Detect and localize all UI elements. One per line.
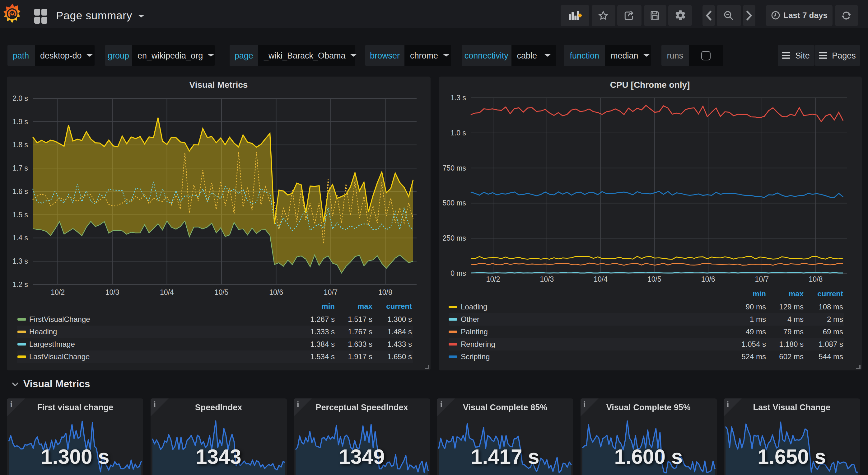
svg-text:1.0 s: 1.0 s [450,128,466,137]
svg-text:2.0 s: 2.0 s [12,94,28,102]
svg-text:10/2: 10/2 [486,275,500,283]
svg-text:10/2: 10/2 [51,288,65,296]
svg-text:1.7 s: 1.7 s [12,164,28,172]
svg-text:10/8: 10/8 [808,275,822,283]
svg-text:1.9 s: 1.9 s [12,117,28,125]
svg-text:10/6: 10/6 [701,275,715,283]
svg-text:500 ms: 500 ms [442,199,466,207]
svg-text:1.6 s: 1.6 s [12,187,28,195]
svg-text:10/7: 10/7 [755,275,769,283]
svg-text:1.8 s: 1.8 s [12,140,28,148]
svg-text:750 ms: 750 ms [442,164,466,172]
svg-text:10/3: 10/3 [105,288,120,296]
svg-text:10/5: 10/5 [647,275,661,283]
svg-text:1.2 s: 1.2 s [12,280,28,288]
svg-text:10/5: 10/5 [215,288,229,296]
svg-text:10/4: 10/4 [593,275,607,283]
svg-text:0 ms: 0 ms [450,269,466,277]
svg-text:1.5 s: 1.5 s [12,210,28,218]
svg-text:10/6: 10/6 [269,288,283,296]
svg-text:10/4: 10/4 [160,288,174,296]
svg-text:250 ms: 250 ms [442,234,466,242]
svg-text:10/7: 10/7 [324,288,338,296]
svg-text:10/3: 10/3 [539,275,554,283]
svg-text:10/8: 10/8 [378,288,392,296]
svg-text:1.4 s: 1.4 s [12,233,28,242]
svg-text:1.3 s: 1.3 s [450,93,466,101]
svg-text:1.3 s: 1.3 s [12,257,28,265]
